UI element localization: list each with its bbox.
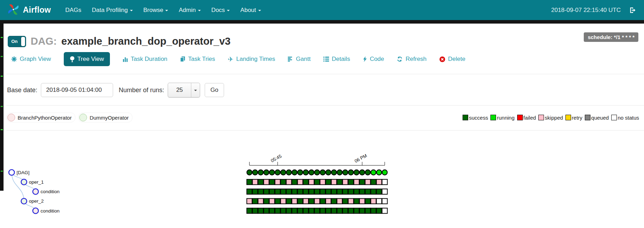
task-instance-square[interactable]	[377, 208, 382, 214]
dag-run-circle[interactable]	[360, 170, 365, 175]
task-instance-square[interactable]	[270, 189, 275, 194]
task-instance-square[interactable]	[360, 189, 365, 194]
task-instance-square[interactable]	[371, 179, 376, 185]
task-instance-square[interactable]	[258, 208, 264, 214]
tab-code[interactable]: Code	[363, 52, 384, 66]
task-instance-square[interactable]	[303, 189, 309, 194]
dag-run-circle[interactable]	[315, 170, 320, 175]
task-instance-square[interactable]	[309, 198, 314, 204]
dag-run-circle[interactable]	[275, 170, 280, 175]
task-instance-square[interactable]	[320, 179, 326, 185]
tree-node-circle-oper_1[interactable]	[21, 179, 27, 185]
task-instance-square[interactable]	[298, 208, 303, 214]
task-instance-square[interactable]	[365, 198, 371, 204]
task-instance-square[interactable]	[275, 179, 280, 185]
tab-landing-times[interactable]: ✈Landing Times	[228, 52, 275, 66]
tab-task-duration[interactable]: Task Duration	[123, 52, 167, 66]
dag-run-circle[interactable]	[326, 170, 331, 175]
nav-item-data-profiling[interactable]: Data Profiling	[87, 7, 138, 14]
task-instance-square[interactable]	[332, 208, 337, 214]
task-instance-square[interactable]	[270, 208, 275, 214]
task-instance-square[interactable]	[371, 198, 376, 204]
dag-run-circle[interactable]	[281, 170, 286, 175]
task-instance-square[interactable]	[270, 198, 275, 204]
dag-run-circle[interactable]	[371, 170, 376, 175]
dag-run-circle[interactable]	[298, 170, 303, 175]
dag-run-circle[interactable]	[264, 170, 269, 175]
task-instance-square[interactable]	[253, 179, 258, 185]
task-instance-square[interactable]	[286, 179, 292, 185]
task-instance-square[interactable]	[320, 189, 326, 194]
task-instance-square[interactable]	[253, 208, 258, 214]
task-instance-square[interactable]	[337, 189, 342, 194]
tree-node-circle-condition[interactable]	[33, 208, 38, 214]
dag-run-circle[interactable]	[303, 170, 309, 175]
task-instance-square[interactable]	[326, 198, 331, 204]
nav-item-docs[interactable]: Docs	[206, 7, 235, 14]
task-instance-square[interactable]	[315, 179, 320, 185]
task-instance-square[interactable]	[365, 179, 371, 185]
task-instance-square[interactable]	[309, 208, 314, 214]
task-instance-square[interactable]	[247, 179, 252, 185]
task-instance-square[interactable]	[315, 208, 320, 214]
task-instance-square[interactable]	[326, 179, 331, 185]
task-instance-square[interactable]	[354, 198, 359, 204]
task-instance-square[interactable]	[315, 189, 320, 194]
task-instance-square[interactable]	[337, 208, 342, 214]
num-runs-select[interactable]: 25	[168, 83, 200, 97]
task-instance-square[interactable]	[326, 189, 331, 194]
tab-refresh[interactable]: Refresh	[397, 52, 427, 66]
task-instance-square[interactable]	[382, 198, 388, 204]
nav-item-dags[interactable]: DAGs	[60, 7, 86, 14]
task-instance-square[interactable]	[292, 198, 297, 204]
task-instance-square[interactable]	[348, 198, 354, 204]
dag-run-circle[interactable]	[309, 170, 314, 175]
dag-run-circle[interactable]	[377, 170, 382, 175]
task-instance-square[interactable]	[343, 179, 348, 185]
task-instance-square[interactable]	[377, 179, 382, 185]
task-instance-square[interactable]	[354, 189, 359, 194]
task-instance-square[interactable]	[309, 179, 314, 185]
task-instance-square[interactable]	[360, 208, 365, 214]
task-instance-square[interactable]	[348, 208, 354, 214]
task-instance-square[interactable]	[247, 198, 252, 204]
task-instance-square[interactable]	[286, 208, 292, 214]
task-instance-square[interactable]	[286, 198, 292, 204]
nav-item-about[interactable]: About	[235, 7, 266, 14]
task-instance-square[interactable]	[303, 179, 309, 185]
task-instance-square[interactable]	[332, 189, 337, 194]
go-button[interactable]: Go	[205, 83, 224, 97]
dag-run-circle[interactable]	[253, 170, 258, 175]
task-instance-square[interactable]	[337, 198, 342, 204]
dag-run-circle[interactable]	[382, 170, 388, 175]
task-instance-square[interactable]	[292, 208, 297, 214]
task-instance-square[interactable]	[292, 189, 297, 194]
dag-run-circle[interactable]	[258, 170, 264, 175]
task-instance-square[interactable]	[275, 198, 280, 204]
task-instance-square[interactable]	[332, 179, 337, 185]
task-instance-square[interactable]	[320, 198, 326, 204]
task-instance-square[interactable]	[303, 208, 309, 214]
task-instance-square[interactable]	[275, 208, 280, 214]
tab-details[interactable]: Details	[323, 52, 350, 66]
task-instance-square[interactable]	[298, 179, 303, 185]
base-date-input[interactable]	[41, 83, 113, 97]
task-instance-square[interactable]	[247, 189, 252, 194]
task-instance-square[interactable]	[382, 179, 388, 185]
task-instance-square[interactable]	[343, 189, 348, 194]
task-instance-square[interactable]	[281, 198, 286, 204]
tab-delete[interactable]: Delete	[439, 52, 465, 66]
task-instance-square[interactable]	[264, 189, 269, 194]
task-instance-square[interactable]	[382, 189, 388, 194]
dag-run-circle[interactable]	[354, 170, 359, 175]
airflow-brand[interactable]: Airflow	[7, 3, 51, 17]
dag-run-circle[interactable]	[343, 170, 348, 175]
tab-task-tries[interactable]: Task Tries	[180, 52, 215, 66]
task-instance-square[interactable]	[320, 208, 326, 214]
task-instance-square[interactable]	[377, 198, 382, 204]
dag-on-off-toggle[interactable]: On	[8, 36, 26, 47]
task-instance-square[interactable]	[337, 179, 342, 185]
nav-item-admin[interactable]: Admin	[173, 7, 206, 14]
dag-run-circle[interactable]	[337, 170, 342, 175]
task-instance-square[interactable]	[270, 179, 275, 185]
